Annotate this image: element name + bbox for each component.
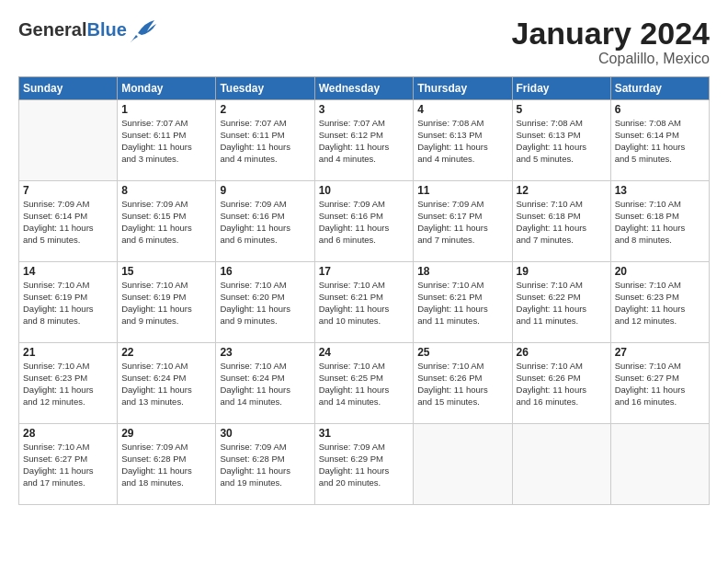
calendar-cell: 3Sunrise: 7:07 AMSunset: 6:12 PMDaylight… (314, 100, 414, 181)
calendar-cell: 17Sunrise: 7:10 AMSunset: 6:21 PMDayligh… (314, 262, 414, 343)
calendar-cell (610, 424, 709, 505)
logo-general: General (18, 19, 86, 40)
day-number: 10 (319, 184, 410, 197)
day-info: Sunrise: 7:07 AMSunset: 6:12 PMDaylight:… (319, 118, 410, 165)
day-number: 13 (615, 184, 705, 197)
day-info: Sunrise: 7:10 AMSunset: 6:18 PMDaylight:… (615, 199, 705, 246)
day-number: 26 (517, 346, 607, 359)
calendar-cell: 14Sunrise: 7:10 AMSunset: 6:19 PMDayligh… (19, 262, 118, 343)
weekday-header: Thursday (414, 77, 512, 100)
day-number: 14 (23, 265, 113, 278)
day-number: 18 (417, 265, 507, 278)
day-info: Sunrise: 7:09 AMSunset: 6:29 PMDaylight:… (319, 442, 410, 488)
day-info: Sunrise: 7:08 AMSunset: 6:14 PMDaylight:… (615, 118, 705, 165)
day-info: Sunrise: 7:10 AMSunset: 6:18 PMDaylight:… (517, 199, 607, 246)
title-block: January 2024 Copalillo, Mexico (512, 17, 711, 67)
header: GeneralBlue January 2024 Copalillo, Mexi… (18, 17, 710, 67)
day-info: Sunrise: 7:09 AMSunset: 6:16 PMDaylight:… (220, 199, 310, 246)
logo: GeneralBlue (18, 17, 156, 42)
day-info: Sunrise: 7:08 AMSunset: 6:13 PMDaylight:… (517, 118, 607, 165)
day-info: Sunrise: 7:10 AMSunset: 6:24 PMDaylight:… (121, 361, 211, 408)
day-info: Sunrise: 7:10 AMSunset: 6:26 PMDaylight:… (417, 361, 507, 408)
calendar-cell: 12Sunrise: 7:10 AMSunset: 6:18 PMDayligh… (512, 181, 610, 262)
calendar-cell: 25Sunrise: 7:10 AMSunset: 6:26 PMDayligh… (414, 343, 512, 424)
day-info: Sunrise: 7:10 AMSunset: 6:21 PMDaylight:… (319, 280, 410, 327)
day-info: Sunrise: 7:07 AMSunset: 6:11 PMDaylight:… (121, 118, 211, 165)
calendar-cell: 29Sunrise: 7:09 AMSunset: 6:28 PMDayligh… (118, 424, 216, 505)
calendar-cell: 18Sunrise: 7:10 AMSunset: 6:21 PMDayligh… (414, 262, 512, 343)
day-number: 5 (517, 103, 607, 116)
day-number: 8 (121, 184, 211, 197)
calendar-cell: 10Sunrise: 7:09 AMSunset: 6:16 PMDayligh… (314, 181, 414, 262)
logo-bird-icon (129, 17, 156, 42)
weekday-header: Sunday (19, 77, 118, 100)
calendar-header-row: SundayMondayTuesdayWednesdayThursdayFrid… (19, 77, 710, 100)
day-info: Sunrise: 7:10 AMSunset: 6:23 PMDaylight:… (23, 361, 113, 408)
calendar-cell: 5Sunrise: 7:08 AMSunset: 6:13 PMDaylight… (512, 100, 610, 181)
day-number: 22 (121, 346, 211, 359)
calendar-cell: 7Sunrise: 7:09 AMSunset: 6:14 PMDaylight… (19, 181, 118, 262)
calendar-cell: 9Sunrise: 7:09 AMSunset: 6:16 PMDaylight… (216, 181, 314, 262)
day-number: 31 (319, 427, 410, 440)
day-info: Sunrise: 7:10 AMSunset: 6:22 PMDaylight:… (517, 280, 607, 327)
calendar-cell: 20Sunrise: 7:10 AMSunset: 6:23 PMDayligh… (610, 262, 709, 343)
day-number: 19 (517, 265, 607, 278)
day-info: Sunrise: 7:09 AMSunset: 6:16 PMDaylight:… (319, 199, 410, 246)
day-info: Sunrise: 7:10 AMSunset: 6:27 PMDaylight:… (615, 361, 705, 408)
day-number: 24 (319, 346, 410, 359)
day-info: Sunrise: 7:09 AMSunset: 6:15 PMDaylight:… (121, 199, 211, 246)
calendar-cell: 15Sunrise: 7:10 AMSunset: 6:19 PMDayligh… (118, 262, 216, 343)
calendar-cell: 13Sunrise: 7:10 AMSunset: 6:18 PMDayligh… (610, 181, 709, 262)
logo-blue: Blue (86, 19, 126, 40)
calendar-cell: 30Sunrise: 7:09 AMSunset: 6:28 PMDayligh… (216, 424, 314, 505)
day-number: 12 (517, 184, 607, 197)
day-number: 6 (615, 103, 705, 116)
page-subtitle: Copalillo, Mexico (512, 51, 711, 67)
calendar-cell: 21Sunrise: 7:10 AMSunset: 6:23 PMDayligh… (19, 343, 118, 424)
weekday-header: Saturday (610, 77, 709, 100)
day-info: Sunrise: 7:10 AMSunset: 6:19 PMDaylight:… (23, 280, 113, 327)
calendar-cell: 16Sunrise: 7:10 AMSunset: 6:20 PMDayligh… (216, 262, 314, 343)
day-info: Sunrise: 7:09 AMSunset: 6:28 PMDaylight:… (121, 442, 211, 488)
calendar-cell: 23Sunrise: 7:10 AMSunset: 6:24 PMDayligh… (216, 343, 314, 424)
day-number: 30 (220, 427, 310, 440)
day-number: 15 (121, 265, 211, 278)
page: GeneralBlue January 2024 Copalillo, Mexi… (0, 0, 728, 563)
page-title: January 2024 (512, 17, 711, 51)
day-number: 25 (417, 346, 507, 359)
day-info: Sunrise: 7:10 AMSunset: 6:21 PMDaylight:… (417, 280, 507, 327)
calendar-cell: 11Sunrise: 7:09 AMSunset: 6:17 PMDayligh… (414, 181, 512, 262)
day-info: Sunrise: 7:09 AMSunset: 6:17 PMDaylight:… (417, 199, 507, 246)
day-number: 4 (417, 103, 507, 116)
day-number: 21 (23, 346, 113, 359)
calendar-cell: 19Sunrise: 7:10 AMSunset: 6:22 PMDayligh… (512, 262, 610, 343)
day-info: Sunrise: 7:08 AMSunset: 6:13 PMDaylight:… (417, 118, 507, 165)
calendar-cell: 8Sunrise: 7:09 AMSunset: 6:15 PMDaylight… (118, 181, 216, 262)
day-info: Sunrise: 7:10 AMSunset: 6:25 PMDaylight:… (319, 361, 410, 408)
weekday-header: Wednesday (314, 77, 414, 100)
calendar-cell: 24Sunrise: 7:10 AMSunset: 6:25 PMDayligh… (314, 343, 414, 424)
day-info: Sunrise: 7:10 AMSunset: 6:23 PMDaylight:… (615, 280, 705, 327)
day-number: 9 (220, 184, 310, 197)
day-number: 20 (615, 265, 705, 278)
day-number: 23 (220, 346, 310, 359)
calendar-table: SundayMondayTuesdayWednesdayThursdayFrid… (18, 76, 710, 505)
calendar-cell: 27Sunrise: 7:10 AMSunset: 6:27 PMDayligh… (610, 343, 709, 424)
calendar-cell: 31Sunrise: 7:09 AMSunset: 6:29 PMDayligh… (314, 424, 414, 505)
day-number: 17 (319, 265, 410, 278)
day-number: 7 (23, 184, 113, 197)
day-number: 27 (615, 346, 705, 359)
calendar-cell: 22Sunrise: 7:10 AMSunset: 6:24 PMDayligh… (118, 343, 216, 424)
weekday-header: Friday (512, 77, 610, 100)
day-info: Sunrise: 7:10 AMSunset: 6:26 PMDaylight:… (517, 361, 607, 408)
calendar-cell: 1Sunrise: 7:07 AMSunset: 6:11 PMDaylight… (118, 100, 216, 181)
day-number: 2 (220, 103, 310, 116)
day-info: Sunrise: 7:09 AMSunset: 6:28 PMDaylight:… (220, 442, 310, 488)
day-number: 3 (319, 103, 410, 116)
day-info: Sunrise: 7:10 AMSunset: 6:19 PMDaylight:… (121, 280, 211, 327)
day-number: 11 (417, 184, 507, 197)
weekday-header: Monday (118, 77, 216, 100)
calendar-cell: 28Sunrise: 7:10 AMSunset: 6:27 PMDayligh… (19, 424, 118, 505)
day-info: Sunrise: 7:07 AMSunset: 6:11 PMDaylight:… (220, 118, 310, 165)
calendar-cell (512, 424, 610, 505)
